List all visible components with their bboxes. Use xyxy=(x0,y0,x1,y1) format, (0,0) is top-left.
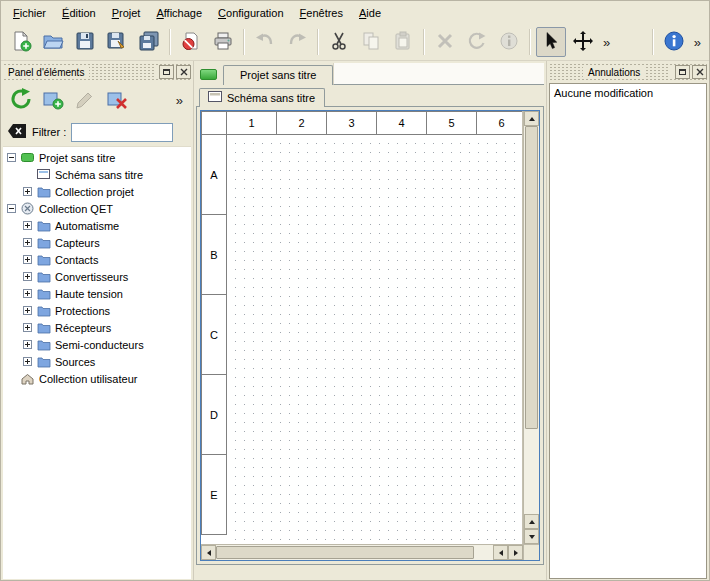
info-button[interactable] xyxy=(494,27,524,57)
tree-item-project[interactable]: Projet sans titre xyxy=(3,149,191,166)
diagram-canvas[interactable] xyxy=(227,135,522,544)
horizontal-scroll-track[interactable] xyxy=(474,545,493,560)
tree-item-recepteurs[interactable]: Récepteurs xyxy=(3,319,191,336)
vertical-scrollbar[interactable] xyxy=(523,111,539,544)
about-qet-button[interactable] xyxy=(659,27,689,57)
menu-affichage[interactable]: Affichage xyxy=(148,4,210,22)
horizontal-scroll-thumb[interactable] xyxy=(216,546,474,559)
print-button[interactable] xyxy=(208,27,238,57)
scroll-left-button[interactable] xyxy=(201,545,216,560)
rotate-button[interactable] xyxy=(462,27,492,57)
scroll-up-button-2[interactable] xyxy=(524,514,539,529)
undo-dock-titlebar[interactable]: Annulations xyxy=(549,63,707,81)
scroll-down-button[interactable] xyxy=(524,529,539,544)
undo-button[interactable] xyxy=(250,27,280,57)
scroll-right-button[interactable] xyxy=(508,545,523,560)
collapse-icon[interactable] xyxy=(7,204,16,213)
undo-icon xyxy=(254,30,276,54)
tree-item-collection-projet[interactable]: Collection projet xyxy=(3,183,191,200)
tab-schema-sans-titre[interactable]: Schéma sans titre xyxy=(199,88,325,107)
save-as-button[interactable] xyxy=(102,27,132,57)
menu-fichier[interactable]: Fichier xyxy=(5,4,54,22)
new-document-button[interactable] xyxy=(6,27,36,57)
folder-icon xyxy=(36,321,51,334)
project-tab-label: Projet sans titre xyxy=(240,69,316,81)
expand-icon[interactable] xyxy=(23,289,32,298)
toolbar-overflow-button-2[interactable]: » xyxy=(690,35,705,50)
horizontal-scrollbar[interactable] xyxy=(201,544,523,560)
menu-edition[interactable]: Édition xyxy=(54,4,104,22)
schema-tab-icon xyxy=(208,91,222,104)
dock-close-button[interactable] xyxy=(692,65,707,79)
clear-filter-icon[interactable] xyxy=(7,123,27,141)
dock-float-button[interactable] xyxy=(675,65,690,79)
vertical-scroll-track[interactable] xyxy=(524,429,539,514)
save-as-icon xyxy=(106,30,128,54)
undo-history-list[interactable]: Aucune modification xyxy=(549,83,707,579)
pan-mode-button[interactable] xyxy=(568,27,598,57)
menu-fenetres[interactable]: Fenêtres xyxy=(292,4,351,22)
filter-input[interactable] xyxy=(71,123,173,142)
tree-item-schema[interactable]: Schéma sans titre xyxy=(3,166,191,183)
tree-item-contacts[interactable]: Contacts xyxy=(3,251,191,268)
new-element-button[interactable] xyxy=(39,86,67,114)
menu-aide[interactable]: Aide xyxy=(351,4,389,22)
elements-panel-title: Panel d'éléments xyxy=(3,67,89,78)
schema-tabbar: Schéma sans titre xyxy=(196,85,544,106)
tree-item-semi-conducteurs[interactable]: Semi-conducteurs xyxy=(3,336,191,353)
expand-icon[interactable] xyxy=(23,255,32,264)
scroll-left-button-2[interactable] xyxy=(493,545,508,560)
scroll-up-button[interactable] xyxy=(524,111,539,126)
float-icon xyxy=(679,69,686,75)
tree-item-convertisseurs[interactable]: Convertisseurs xyxy=(3,268,191,285)
paste-button[interactable] xyxy=(388,27,418,57)
row-header: E xyxy=(201,455,227,535)
expand-icon[interactable] xyxy=(23,357,32,366)
undo-dock: Annulations Aucune modification xyxy=(546,61,709,581)
toolbar-overflow-button[interactable]: » xyxy=(599,35,614,50)
close-project-button[interactable] xyxy=(176,27,206,57)
menu-projet[interactable]: Projet xyxy=(104,4,149,22)
select-mode-button[interactable] xyxy=(536,27,566,57)
folder-icon xyxy=(36,287,51,300)
tree-item-collection-qet[interactable]: Collection QET xyxy=(3,200,191,217)
tree-item-sources[interactable]: Sources xyxy=(3,353,191,370)
dock-close-button[interactable] xyxy=(176,65,191,79)
tree-item-collection-utilisateur[interactable]: Collection utilisateur xyxy=(3,370,191,387)
redo-button[interactable] xyxy=(282,27,312,57)
save-all-button[interactable] xyxy=(134,27,164,57)
open-folder-icon xyxy=(42,30,64,54)
tree-item-automatisme[interactable]: Automatisme xyxy=(3,217,191,234)
copy-button[interactable] xyxy=(356,27,386,57)
dock-float-button[interactable] xyxy=(159,65,174,79)
diagram-sheet[interactable]: 1 2 3 4 5 6 A B C D E xyxy=(201,111,523,544)
menu-configuration[interactable]: Configuration xyxy=(210,4,291,22)
collapse-icon[interactable] xyxy=(7,153,16,162)
cut-button[interactable] xyxy=(324,27,354,57)
elements-panel-titlebar[interactable]: Panel d'éléments xyxy=(3,63,191,81)
folder-icon xyxy=(36,355,51,368)
tree-item-label: Semi-conducteurs xyxy=(55,339,144,351)
main-area: Panel d'éléments » Filtrer : xyxy=(1,61,709,581)
delete-element-button[interactable] xyxy=(103,86,131,114)
tab-projet-sans-titre[interactable]: Projet sans titre xyxy=(223,65,333,85)
project-icon xyxy=(20,151,35,164)
arrow-up-icon xyxy=(529,520,535,524)
panel-overflow-button[interactable]: » xyxy=(172,93,187,108)
expand-icon[interactable] xyxy=(23,221,32,230)
tree-item-capteurs[interactable]: Capteurs xyxy=(3,234,191,251)
tree-item-haute-tension[interactable]: Haute tension xyxy=(3,285,191,302)
open-project-button[interactable] xyxy=(38,27,68,57)
vertical-scroll-thumb[interactable] xyxy=(525,126,538,429)
expand-icon[interactable] xyxy=(23,340,32,349)
delete-button[interactable] xyxy=(430,27,460,57)
expand-icon[interactable] xyxy=(23,306,32,315)
expand-icon[interactable] xyxy=(23,272,32,281)
edit-element-button[interactable] xyxy=(71,86,99,114)
tree-item-protections[interactable]: Protections xyxy=(3,302,191,319)
save-button[interactable] xyxy=(70,27,100,57)
expand-icon[interactable] xyxy=(23,238,32,247)
reload-collections-button[interactable] xyxy=(7,86,35,114)
expand-icon[interactable] xyxy=(23,187,32,196)
expand-icon[interactable] xyxy=(23,323,32,332)
